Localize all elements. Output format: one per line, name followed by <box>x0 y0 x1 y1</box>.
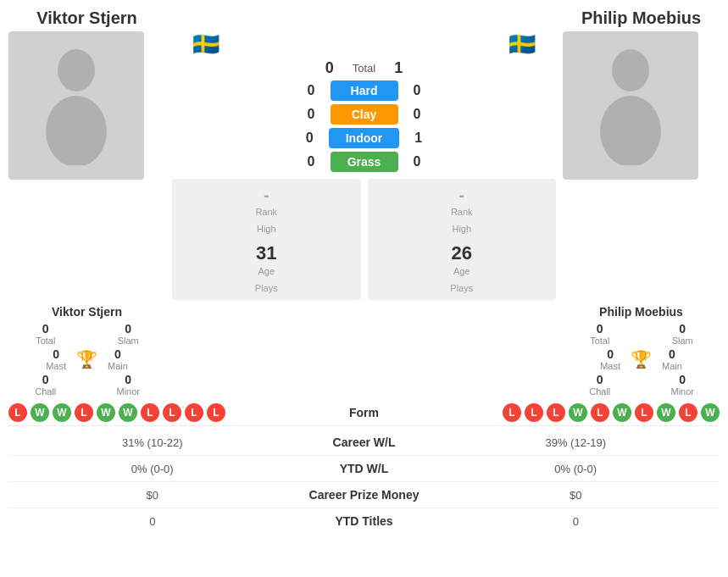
info-boxes: - Rank High 31 Age Plays - Rank High 26 <box>172 179 556 300</box>
form-badge: L <box>207 403 225 422</box>
left-chall-stat: 0 Chall <box>8 373 83 397</box>
grass-row: 0 Grass 0 <box>185 152 543 172</box>
ytd-wl-label: YTD W/L <box>297 462 432 475</box>
center-spacer <box>165 305 563 397</box>
left-age-label: Age <box>258 266 275 276</box>
form-badge: L <box>185 403 203 422</box>
form-badge: L <box>547 403 565 422</box>
career-wl-row: 31% (10-22) Career W/L 39% (12-19) <box>8 430 720 456</box>
form-badge: W <box>31 403 49 422</box>
right-flag: 🇸🇪 <box>488 31 556 58</box>
right-trophy-icon-cell: 🏆 <box>631 351 652 368</box>
right-rank-dash: - <box>458 186 464 205</box>
career-prize-label: Career Prize Money <box>297 488 432 502</box>
clay-row: 0 Clay 0 <box>185 104 543 125</box>
left-trophy-icon: 🏆 <box>76 351 97 368</box>
right-form-badges: L L L W L W L W L W <box>432 403 720 422</box>
form-badge: W <box>53 403 71 422</box>
career-prize-row: $0 Career Prize Money $0 <box>8 482 720 508</box>
right-main-cell: 0 Main <box>662 347 682 371</box>
left-ytd-titles: 0 <box>8 515 297 528</box>
photos-scores-row: 🇸🇪 🇸🇪 0 Total 1 0 Hard 0 0 Clay 0 <box>0 31 728 300</box>
ytd-titles-row: 0 YTD Titles 0 <box>8 508 720 534</box>
left-age-val: 31 <box>256 242 276 264</box>
left-sub-stats: Viktor Stjern 0 Total 0 Slam 0 Mast 🏆 <box>8 305 165 397</box>
career-wl-label: Career W/L <box>297 436 432 449</box>
left-slam-stat: 0 Slam <box>92 322 166 346</box>
right-player-photo <box>563 31 698 180</box>
right-info-box: - Rank High 26 Age Plays <box>368 179 557 300</box>
surface-rows: 0 Hard 0 0 Clay 0 0 Indoor 1 0 Grass <box>172 80 556 172</box>
right-stats-grid: 0 Total 0 Slam <box>563 322 720 346</box>
center-col: 🇸🇪 🇸🇪 0 Total 1 0 Hard 0 0 Clay 0 <box>165 31 563 300</box>
left-career-prize: $0 <box>8 489 297 502</box>
form-badge: W <box>569 403 587 422</box>
form-badge: L <box>503 403 521 422</box>
flags-row: 🇸🇪 🇸🇪 <box>172 31 556 58</box>
clay-right: 0 <box>407 107 428 122</box>
left-form-badges: L W W L W W L L L L <box>8 403 297 422</box>
form-badge: L <box>141 403 159 422</box>
left-career-wl: 31% (10-22) <box>8 436 297 449</box>
right-mast-cell: 0 Mast <box>600 347 620 371</box>
bottom-section: L W W L W W L L L L Form L L L W L W L W <box>0 397 728 534</box>
svg-point-2 <box>612 49 649 92</box>
clay-btn: Clay <box>331 104 398 125</box>
svg-point-1 <box>46 96 107 165</box>
svg-point-3 <box>600 96 661 165</box>
hard-right: 0 <box>407 83 428 98</box>
main-container: Viktor Stjern Philip Moebius 🇸🇪 🇸🇪 <box>0 0 728 534</box>
right-sub-stats: Philip Moebius 0 Total 0 Slam 0 Mast 🏆 <box>563 305 720 397</box>
right-slam-stat: 0 Slam <box>646 322 720 346</box>
right-rank-label: Rank <box>451 207 473 217</box>
hard-left: 0 <box>301 83 322 98</box>
right-photo-col <box>563 31 720 180</box>
left-trophy-icon-cell: 🏆 <box>76 351 97 368</box>
form-badge: L <box>8 403 27 422</box>
left-sub-name: Viktor Stjern <box>52 305 122 319</box>
right-trophy-icon: 🏆 <box>631 351 652 368</box>
left-player-name: Viktor Stjern <box>8 8 165 28</box>
left-high-label: High <box>257 224 276 234</box>
clay-left: 0 <box>301 107 322 122</box>
form-badge: L <box>75 403 93 422</box>
right-age-val: 26 <box>452 242 472 264</box>
left-stats-grid: 0 Total 0 Slam <box>8 322 165 346</box>
svg-point-0 <box>58 49 95 92</box>
right-sub-name: Philip Moebius <box>599 305 683 319</box>
ytd-titles-label: YTD Titles <box>297 514 432 528</box>
form-badge: W <box>657 403 675 422</box>
left-flag: 🇸🇪 <box>172 31 240 58</box>
names-row: Viktor Stjern Philip Moebius <box>0 0 728 28</box>
right-plays-label: Plays <box>450 283 473 293</box>
left-info-box: - Rank High 31 Age Plays <box>172 179 361 300</box>
indoor-btn: Indoor <box>329 128 400 148</box>
grass-btn: Grass <box>331 152 398 172</box>
left-bottom-grid: 0 Chall 0 Minor <box>8 373 165 397</box>
ytd-wl-row: 0% (0-0) YTD W/L 0% (0-0) <box>8 456 720 482</box>
hard-row: 0 Hard 0 <box>185 80 543 101</box>
grass-right: 0 <box>407 154 428 169</box>
form-badge: L <box>635 403 653 422</box>
form-badge: W <box>613 403 631 422</box>
right-ytd-titles: 0 <box>432 515 720 528</box>
left-total-stat: 0 Total <box>8 322 83 346</box>
right-bottom-grid: 0 Chall 0 Minor <box>563 373 720 397</box>
form-badge: L <box>679 403 697 422</box>
left-rank-dash: - <box>264 186 270 205</box>
left-silhouette-icon <box>42 47 110 165</box>
right-age-label: Age <box>453 266 470 276</box>
hard-btn: Hard <box>331 80 398 101</box>
indoor-left: 0 <box>299 130 320 146</box>
form-badge: W <box>97 403 115 422</box>
right-ytd-wl: 0% (0-0) <box>432 463 720 475</box>
left-trophy-row: 0 Mast 🏆 0 Main <box>46 347 128 371</box>
form-badge: L <box>525 403 543 422</box>
right-player-name: Philip Moebius <box>563 8 720 28</box>
form-row: L W W L W W L L L L Form L L L W L W L W <box>8 403 720 426</box>
left-player-photo <box>8 31 144 180</box>
grass-left: 0 <box>301 154 322 169</box>
right-total-score: 1 <box>386 59 411 77</box>
form-badge: W <box>701 403 720 422</box>
right-trophy-row: 0 Mast 🏆 0 Main <box>600 347 682 371</box>
